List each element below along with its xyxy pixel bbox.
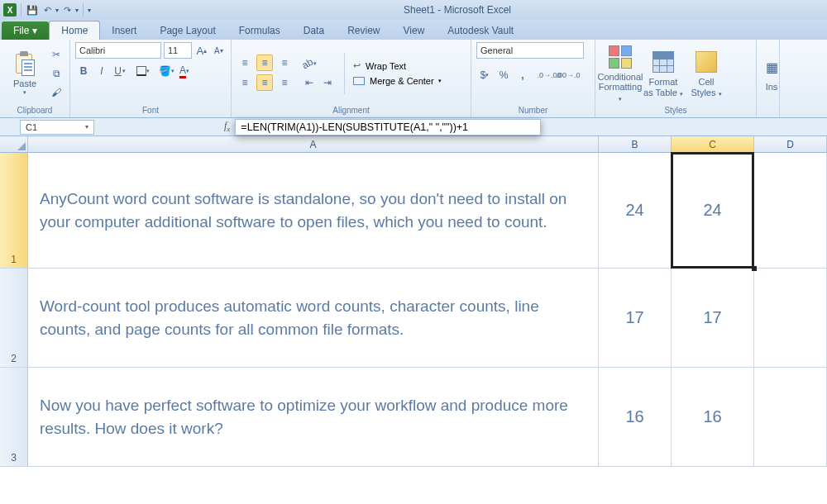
- col-header-a[interactable]: A: [28, 136, 599, 152]
- namebox-dropdown-icon[interactable]: ▾: [85, 123, 88, 131]
- decrease-indent-button[interactable]: ⇤: [301, 74, 318, 91]
- row-header-1[interactable]: 1: [0, 153, 28, 268]
- group-cells-partial: ▦ Ins: [757, 40, 780, 117]
- align-right-button[interactable]: ≡: [276, 74, 293, 91]
- comma-button[interactable]: ,: [514, 67, 531, 83]
- copy-button[interactable]: ⧉: [48, 65, 65, 82]
- group-styles: Conditional Formatting ▾ Format as Table…: [595, 40, 757, 117]
- conditional-formatting-button[interactable]: Conditional Formatting ▾: [600, 44, 640, 102]
- merge-icon: [353, 77, 365, 85]
- row-header-3[interactable]: 3: [0, 368, 28, 466]
- tab-vault[interactable]: Autodesk Vault: [436, 21, 525, 40]
- selection-handle[interactable]: [752, 266, 757, 271]
- conditional-formatting-icon: [609, 45, 632, 69]
- group-clipboard-label: Clipboard: [5, 104, 65, 117]
- tab-formulas[interactable]: Formulas: [227, 21, 292, 40]
- number-format-combo[interactable]: [476, 42, 584, 59]
- redo-dropdown-icon[interactable]: ▾: [75, 7, 79, 14]
- insert-cells-button[interactable]: ▦ Ins: [762, 54, 782, 92]
- percent-button[interactable]: %: [495, 67, 512, 83]
- col-header-c[interactable]: C: [672, 136, 754, 152]
- save-icon[interactable]: 💾: [26, 3, 39, 17]
- excel-icon: X: [3, 3, 17, 17]
- grow-font-button[interactable]: A▴: [194, 42, 209, 59]
- wrap-text-button[interactable]: ↩ Wrap Text: [353, 60, 442, 71]
- cell-d2[interactable]: [754, 269, 827, 367]
- cell-a3[interactable]: Now you have perfect software to optimiz…: [28, 368, 599, 466]
- undo-icon[interactable]: ↶: [41, 3, 54, 17]
- group-number-label: Number: [476, 104, 590, 117]
- tab-insert[interactable]: Insert: [100, 21, 148, 40]
- cell-styles-button[interactable]: Cell Styles ▾: [686, 49, 726, 97]
- decrease-decimal-button[interactable]: .00→.0: [560, 67, 576, 83]
- format-as-table-button[interactable]: Format as Table ▾: [643, 49, 683, 97]
- cell-b1[interactable]: 24: [599, 153, 672, 268]
- cell-d1[interactable]: [754, 153, 827, 268]
- group-alignment-label: Alignment: [237, 104, 466, 117]
- undo-dropdown-icon[interactable]: ▾: [55, 7, 59, 14]
- orientation-button[interactable]: ab▾: [301, 55, 318, 72]
- format-painter-button[interactable]: 🖌: [48, 84, 65, 101]
- group-styles-label: Styles: [600, 104, 751, 117]
- group-alignment: ≡ ≡ ≡ ≡ ≡ ≡ ab▾ ⇤ ⇥ ↩ Wrap Text: [232, 40, 471, 117]
- paste-button[interactable]: Paste ▾: [5, 50, 45, 95]
- tab-file[interactable]: File ▾: [2, 21, 49, 40]
- orientation-icon: ab: [300, 56, 316, 72]
- tab-view[interactable]: View: [392, 21, 437, 40]
- align-middle-button[interactable]: ≡: [256, 55, 273, 71]
- cell-c2[interactable]: 17: [672, 269, 754, 367]
- merge-center-button[interactable]: Merge & Center ▾: [353, 76, 442, 86]
- font-size-combo[interactable]: [164, 42, 192, 59]
- scissors-icon: ✂: [52, 49, 60, 60]
- select-all-corner[interactable]: [0, 136, 28, 152]
- underline-button[interactable]: U▾: [112, 63, 128, 79]
- borders-button[interactable]: ▾: [135, 63, 151, 79]
- title-bar: X 💾 ↶ ▾ ↷ ▾ ▾ Sheet1 - Microsoft Excel: [0, 0, 827, 20]
- fx-icon[interactable]: fx: [224, 120, 230, 133]
- shrink-font-button[interactable]: A▾: [212, 42, 227, 59]
- group-number: $▾ % , .0→.00 .00→.0 Number: [471, 40, 595, 117]
- increase-decimal-button[interactable]: .0→.00: [541, 67, 557, 83]
- redo-icon[interactable]: ↷: [60, 3, 74, 17]
- group-font: A▴ A▾ B I U▾ ▾ 🪣▾ A▾ Font: [70, 40, 232, 117]
- window-title: Sheet1 - Microsoft Excel: [91, 4, 824, 16]
- font-family-combo[interactable]: [75, 42, 161, 59]
- ribbon: Paste ▾ ✂ ⧉ 🖌 Clipboard A▴ A▾ B I U▾: [0, 40, 827, 118]
- bold-button[interactable]: B: [75, 63, 92, 79]
- name-box[interactable]: C1▾: [20, 120, 94, 135]
- copy-icon: ⧉: [53, 68, 60, 79]
- tab-review[interactable]: Review: [336, 21, 391, 40]
- increase-indent-button[interactable]: ⇥: [319, 74, 336, 91]
- align-center-button[interactable]: ≡: [256, 74, 273, 91]
- italic-button[interactable]: I: [93, 63, 110, 79]
- cell-d3[interactable]: [754, 368, 827, 466]
- cell-c3[interactable]: 16: [672, 368, 754, 466]
- align-top-button[interactable]: ≡: [237, 55, 253, 71]
- tab-home[interactable]: Home: [49, 21, 100, 40]
- wrap-icon: ↩: [353, 60, 361, 71]
- cell-c1[interactable]: 24: [672, 153, 754, 268]
- align-bottom-button[interactable]: ≡: [276, 55, 293, 71]
- cell-b3[interactable]: 16: [599, 368, 672, 466]
- table-icon: [653, 51, 674, 73]
- formula-input[interactable]: [235, 119, 541, 136]
- row-header-2[interactable]: 2: [0, 269, 28, 367]
- align-left-button[interactable]: ≡: [237, 74, 253, 91]
- cell-b2[interactable]: 17: [599, 269, 672, 367]
- cell-a2[interactable]: Word-count tool produces automatic word …: [28, 269, 599, 367]
- cell-styles-icon: [696, 51, 717, 73]
- cell-a1[interactable]: AnyCount word count software is standalo…: [28, 153, 599, 268]
- tab-pagelayout[interactable]: Page Layout: [148, 21, 227, 40]
- tab-data[interactable]: Data: [292, 21, 336, 40]
- border-icon: [136, 66, 146, 76]
- formula-bar: C1▾ fx: [0, 118, 827, 136]
- font-color-button[interactable]: A▾: [176, 63, 193, 79]
- fill-color-button[interactable]: 🪣▾: [158, 63, 174, 79]
- col-header-b[interactable]: B: [599, 136, 672, 152]
- worksheet[interactable]: A B C D 1 AnyCount word count software i…: [0, 136, 827, 467]
- col-header-d[interactable]: D: [754, 136, 827, 152]
- ribbon-tabs: File ▾ Home Insert Page Layout Formulas …: [0, 20, 827, 40]
- accounting-format-button[interactable]: $▾: [476, 67, 493, 83]
- cut-button[interactable]: ✂: [48, 46, 65, 63]
- group-clipboard: Paste ▾ ✂ ⧉ 🖌 Clipboard: [0, 40, 70, 117]
